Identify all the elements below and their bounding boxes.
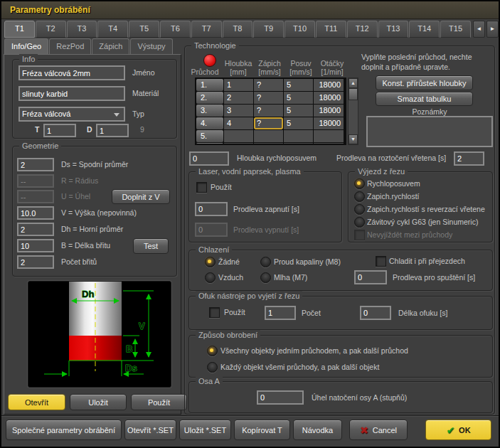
cell-feed[interactable] <box>284 143 313 145</box>
dh-input[interactable] <box>17 223 54 236</box>
scroll-up-button[interactable]: ▲ <box>349 78 358 88</box>
cell-depth[interactable]: 1 <box>224 79 253 91</box>
cell-feed[interactable]: 5 <box>284 117 313 129</box>
tab-t10[interactable]: T10 <box>284 21 315 38</box>
tab-t13[interactable]: T13 <box>378 21 409 38</box>
cell-plunge[interactable] <box>254 130 283 142</box>
tab-t1[interactable]: T1 <box>4 21 35 38</box>
save-tool-button[interactable]: Uložit <box>70 394 127 410</box>
tab-t12[interactable]: T12 <box>347 21 378 38</box>
cell-depth[interactable]: 3 <box>224 105 253 117</box>
cell-speed[interactable] <box>314 130 344 142</box>
cooling-air-radio[interactable] <box>205 272 216 283</box>
row-header[interactable]: 2. <box>196 92 223 104</box>
row-header[interactable]: 6. <box>196 143 223 145</box>
cooling-mist-radio[interactable] <box>260 272 271 283</box>
cell-plunge-focused[interactable]: ? <box>254 117 283 129</box>
cell-feed[interactable]: 5 <box>284 105 313 117</box>
cell-plunge[interactable]: ? <box>254 79 283 91</box>
cell-speed[interactable] <box>314 143 344 145</box>
tab-t6[interactable]: T6 <box>160 21 191 38</box>
tabs-scroll-left-button[interactable]: ◄ <box>473 21 485 38</box>
tab-t3[interactable]: T3 <box>67 21 97 38</box>
tab-t14[interactable]: T14 <box>409 21 440 38</box>
row-header[interactable]: 5. <box>196 130 223 142</box>
row-header[interactable]: 3. <box>196 105 223 117</box>
cooling-delay-input[interactable] <box>354 270 387 284</box>
height-input[interactable] <box>17 206 54 220</box>
common-parameters-button[interactable]: Společné parametry obrábění <box>6 420 122 440</box>
cell-speed[interactable]: 18000 <box>314 92 344 104</box>
copy-tool-button[interactable]: Kopírovat T <box>234 420 290 440</box>
constant-depth-increment-button[interactable]: Konst. přírůstek hloubky <box>376 75 473 90</box>
cooling-flood-radio[interactable] <box>260 257 271 267</box>
cell-depth[interactable] <box>224 143 253 145</box>
d-number-input[interactable] <box>96 124 129 137</box>
tab-t11[interactable]: T11 <box>316 21 346 38</box>
tab-t5[interactable]: T5 <box>129 21 159 38</box>
tabs-scroll-right-button[interactable]: ► <box>486 21 499 38</box>
cell-speed[interactable]: 18000 <box>314 117 344 129</box>
spindle-delay-input[interactable] <box>454 151 484 166</box>
cell-feed[interactable]: 5 <box>284 92 313 104</box>
cell-plunge[interactable]: ? <box>254 92 283 104</box>
cool-during-moves-checkbox[interactable] <box>376 256 386 267</box>
cancel-button[interactable]: ✖ Cancel <box>349 420 408 440</box>
strategy-all-objects-radio[interactable] <box>207 346 218 356</box>
rapid-depth-input[interactable] <box>189 151 229 166</box>
save-set-button[interactable]: Uložit *.SET <box>179 420 231 440</box>
tab-rezpod[interactable]: RezPod <box>49 38 91 54</box>
cell-speed[interactable]: 18000 <box>314 79 344 91</box>
scrollbar-thumb[interactable] <box>349 88 358 100</box>
fill-from-v-button[interactable]: Doplnit z V <box>112 189 170 204</box>
tab-zapich[interactable]: Zápich <box>92 38 129 54</box>
apply-tool-button[interactable]: Použít <box>131 394 187 410</box>
blowoff-count-input[interactable] <box>265 306 296 320</box>
cell-speed[interactable]: 18000 <box>314 105 344 117</box>
scroll-down-button[interactable]: ▼ <box>349 134 358 144</box>
ok-button[interactable]: ✔ OK <box>425 420 491 440</box>
exit-rapid-radio[interactable] <box>354 178 365 189</box>
blowoff-use-checkbox[interactable] <box>209 307 220 318</box>
laser-use-checkbox[interactable] <box>196 182 207 193</box>
tab-t8[interactable]: T8 <box>223 21 253 38</box>
open-set-button[interactable]: Otevřít *.SET <box>124 420 176 440</box>
axis-a-angle-input[interactable] <box>257 390 304 405</box>
blowoff-length-input[interactable] <box>360 306 391 320</box>
clear-table-button[interactable]: Smazat tabulku <box>376 92 473 106</box>
t-number-input[interactable] <box>43 124 76 137</box>
cell-feed[interactable] <box>284 130 313 142</box>
exit-thread-cycle-radio[interactable] <box>354 217 365 228</box>
notes-textarea[interactable] <box>366 116 493 147</box>
open-tool-button[interactable]: Otevřít <box>8 394 65 410</box>
guide-button[interactable]: Návodka <box>293 420 342 440</box>
row-header[interactable]: 1. <box>196 79 223 91</box>
laser-on-delay-input[interactable] <box>195 202 228 216</box>
tab-t9[interactable]: T9 <box>253 21 284 38</box>
table-scrollbar[interactable]: ▲ ▼ <box>348 78 358 145</box>
tool-type-select[interactable]: Fréza válcová <box>18 107 125 122</box>
tab-t2[interactable]: T2 <box>36 21 66 38</box>
tool-material-input[interactable] <box>18 86 125 101</box>
tab-t7[interactable]: T7 <box>191 21 222 38</box>
cell-plunge[interactable] <box>254 143 283 145</box>
cell-depth[interactable] <box>224 130 253 142</box>
cooling-none-radio[interactable] <box>205 257 216 267</box>
strategy-each-object-radio[interactable] <box>207 362 218 373</box>
exit-plunge-speed-radio[interactable] <box>354 191 365 202</box>
exit-plunge-reverse-radio[interactable] <box>354 204 365 215</box>
flute-count-input[interactable] <box>17 255 54 269</box>
tab-t4[interactable]: T4 <box>97 21 128 38</box>
ds-input[interactable] <box>17 158 54 171</box>
tool-name-input[interactable] <box>18 65 125 80</box>
cell-plunge[interactable]: ? <box>254 105 283 117</box>
edge-length-input[interactable] <box>17 239 54 252</box>
tab-info-geo[interactable]: Info/Geo <box>4 38 48 54</box>
cell-feed[interactable]: 5 <box>284 79 313 91</box>
tab-vystupy[interactable]: Výstupy <box>130 38 172 54</box>
tab-t15[interactable]: T15 <box>440 21 471 38</box>
row-header[interactable]: 4. <box>196 117 223 129</box>
test-button[interactable]: Test <box>133 238 169 254</box>
cell-depth[interactable]: 4 <box>224 117 253 129</box>
cell-depth[interactable]: 2 <box>224 92 253 104</box>
